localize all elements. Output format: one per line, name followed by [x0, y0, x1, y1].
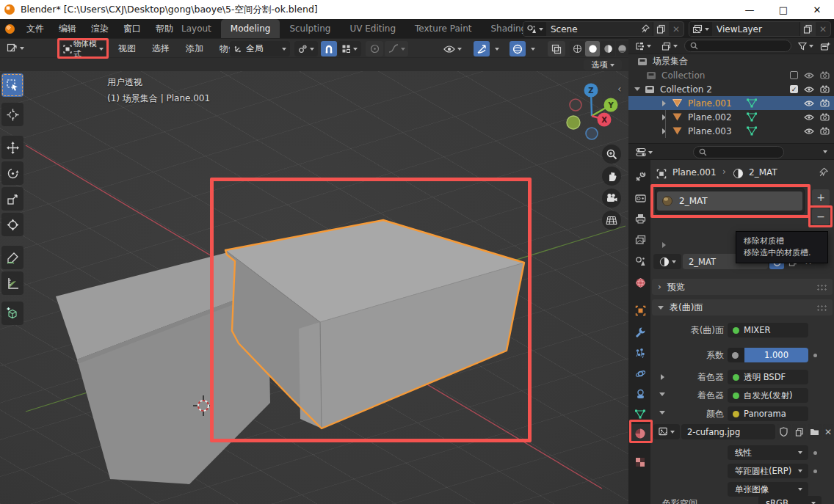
viewlayer-browse-button[interactable]	[689, 22, 712, 36]
mesh-plane-001-selected[interactable]	[225, 220, 524, 428]
outliner-row-collection[interactable]: Collection	[628, 68, 834, 82]
outliner-row-collection2[interactable]: Collection 2 ✓	[628, 82, 834, 96]
exclude-checkbox-checked[interactable]: ✓	[790, 85, 798, 93]
new-scene-button[interactable]	[653, 22, 669, 36]
tab-constraints[interactable]	[630, 384, 650, 403]
image-fake-user-button[interactable]	[777, 424, 791, 439]
tab-modeling[interactable]: Modeling	[221, 19, 280, 38]
new-collection-button[interactable]	[818, 40, 833, 53]
editor-type-button[interactable]	[3, 41, 28, 56]
axis-neg-x-ball[interactable]	[570, 99, 581, 111]
eye-icon[interactable]	[804, 114, 814, 121]
tool-transform[interactable]	[1, 213, 23, 236]
xray-toggle[interactable]	[548, 41, 565, 56]
tab-physics[interactable]	[630, 364, 650, 383]
scene-browse-button[interactable]	[523, 22, 546, 36]
material-slot-item[interactable]: 2_MAT	[657, 191, 802, 211]
tool-cursor[interactable]	[1, 103, 23, 126]
new-viewlayer-button[interactable]	[799, 22, 816, 36]
snap-toggle[interactable]	[321, 41, 337, 56]
tab-texture-paint[interactable]: Texture Paint	[405, 19, 481, 38]
tab-shading[interactable]: Shading	[481, 19, 523, 38]
properties-search-input[interactable]	[693, 146, 784, 158]
breadcrumb-material[interactable]: 2_MAT	[749, 167, 777, 178]
eye-icon[interactable]	[804, 128, 814, 135]
eye-icon[interactable]	[804, 72, 814, 79]
pin-icon[interactable]	[818, 167, 828, 178]
maximize-button[interactable]: □	[766, 0, 800, 19]
shading-solid-button[interactable]	[585, 41, 600, 56]
scene-name[interactable]: Scene	[546, 24, 637, 34]
tab-render[interactable]	[630, 189, 650, 208]
gizmos-toggle[interactable]	[474, 41, 490, 56]
factor-socket[interactable]	[728, 348, 744, 362]
outliner-row-scene-collection[interactable]: 场景集合	[628, 54, 834, 68]
mode-dropdown[interactable]: 物体模式	[61, 41, 106, 56]
pan-button[interactable]	[602, 167, 621, 186]
shading-rendered-button[interactable]	[616, 41, 628, 56]
preview-panel-header[interactable]: › 预览	[652, 279, 833, 295]
interpolation-dropdown[interactable]: 线性	[728, 445, 808, 460]
pin-scene-button[interactable]	[637, 22, 653, 36]
keyframe-dot-icon[interactable]	[813, 354, 817, 357]
colorspace-dropdown[interactable]: sRGB	[758, 496, 822, 504]
tab-scene[interactable]	[630, 252, 650, 271]
menu-file[interactable]: 文件	[19, 19, 51, 38]
zoom-button[interactable]	[602, 145, 621, 164]
blender-menu-icon[interactable]	[0, 24, 19, 34]
outliner-row-plane003[interactable]: Plane.003	[628, 124, 834, 138]
shading-wireframe-button[interactable]	[570, 41, 584, 56]
remove-material-slot-button[interactable]: −	[812, 208, 830, 224]
menu-add[interactable]: 添加	[178, 43, 211, 55]
keyframe-dot-icon[interactable]	[813, 451, 817, 455]
tab-world[interactable]	[630, 273, 650, 292]
image-name-field[interactable]: 2-cufang.jpg	[681, 424, 775, 439]
tab-tool[interactable]	[630, 167, 650, 186]
tool-measure[interactable]	[1, 271, 23, 295]
snap-with-dropdown[interactable]	[338, 41, 361, 56]
breadcrumb-object[interactable]: Plane.001	[672, 167, 717, 178]
outliner-search-input[interactable]	[684, 40, 791, 52]
slot-specials-arrow-icon[interactable]	[662, 242, 666, 248]
shading-material-button[interactable]	[601, 41, 615, 56]
viewport-3d[interactable]: 用户透视 (1) 场景集合 | Plane.001 ‹	[0, 71, 628, 504]
tab-particles[interactable]	[630, 343, 650, 362]
outliner-row-plane002[interactable]: Plane.002	[628, 110, 834, 124]
panel-grip-icon[interactable]	[816, 304, 827, 311]
shader2-value-dropdown[interactable]: 自发光(发射)	[728, 388, 808, 403]
browse-image-button[interactable]	[653, 424, 680, 439]
projection-dropdown[interactable]: 等距圆柱(ERP)	[728, 464, 808, 478]
remove-viewlayer-button[interactable]: ✕	[816, 24, 830, 34]
outliner-row-plane001[interactable]: Plane.001	[628, 96, 834, 110]
menu-window[interactable]: 窗口	[116, 19, 148, 38]
eye-icon[interactable]	[804, 100, 814, 107]
camera-visibility-icon[interactable]	[820, 127, 830, 135]
options-dropdown[interactable]: 选项	[584, 59, 622, 70]
camera-visibility-icon[interactable]	[820, 85, 830, 93]
navigation-gizmo[interactable]: Z Y X	[555, 77, 628, 145]
add-material-slot-button[interactable]: +	[812, 189, 830, 205]
tool-rotate[interactable]	[1, 161, 23, 185]
outliner-filter-button[interactable]	[794, 40, 816, 53]
menu-view[interactable]: 视图	[110, 43, 144, 55]
camera-view-button[interactable]	[602, 189, 621, 208]
color-value-dropdown[interactable]: Panorama	[728, 406, 808, 421]
show-gizmo-visibility-dropdown[interactable]	[439, 41, 465, 56]
factor-slider[interactable]: 1.000	[744, 348, 808, 362]
tool-move[interactable]	[1, 136, 23, 159]
transform-orientation-dropdown[interactable]: 全局	[230, 41, 290, 56]
menu-edit[interactable]: 编辑	[51, 19, 84, 38]
close-button[interactable]: ✕	[800, 0, 834, 19]
proportional-falloff-dropdown[interactable]	[385, 41, 408, 56]
image-open-button[interactable]	[808, 424, 822, 439]
tab-layout[interactable]: Layout	[172, 19, 221, 38]
panel-grip-icon[interactable]	[816, 284, 827, 291]
overlays-dropdown[interactable]	[526, 41, 537, 56]
minimize-button[interactable]: —	[733, 0, 766, 19]
proportional-editing-toggle[interactable]	[366, 41, 383, 56]
pivot-point-dropdown[interactable]	[294, 41, 318, 56]
image-new-button[interactable]	[792, 424, 806, 439]
properties-editor-type-button[interactable]	[631, 146, 656, 158]
ortho-toggle-button[interactable]	[602, 211, 621, 230]
axis-neg-z-ball[interactable]	[586, 128, 598, 139]
